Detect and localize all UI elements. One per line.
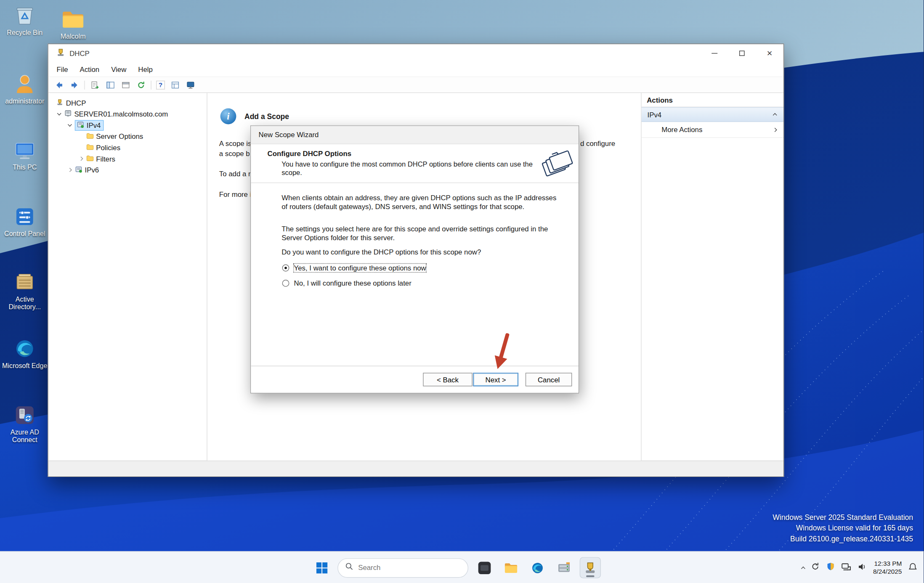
tree-item-ipv6[interactable]: IPv6 bbox=[48, 164, 207, 176]
tree-item-server-options[interactable]: Server Options bbox=[48, 131, 207, 142]
desktop-icon-microsoft-edge[interactable]: Microsoft Edge bbox=[0, 336, 50, 370]
collapse-chevron-icon[interactable] bbox=[56, 111, 62, 117]
more-actions-item[interactable]: More Actions bbox=[642, 122, 783, 138]
desktop-icon-active-directory[interactable]: Active Directory... bbox=[0, 270, 50, 311]
help-icon[interactable] bbox=[156, 80, 165, 89]
occluded-text-fragment: To add a n bbox=[219, 170, 252, 178]
dhcp-console-button[interactable] bbox=[580, 557, 601, 578]
submenu-right-chevron-icon[interactable] bbox=[773, 127, 777, 132]
monitor-icon[interactable] bbox=[185, 80, 196, 90]
tree-item-dhcp-root[interactable]: DHCP bbox=[48, 97, 207, 109]
maximize-icon bbox=[739, 50, 745, 56]
tree-item-label: DHCP bbox=[66, 99, 86, 107]
folder-icon bbox=[86, 143, 93, 152]
watermark-line: Windows Server 2025 Standard Evaluation bbox=[773, 512, 913, 523]
properties-icon[interactable] bbox=[120, 80, 131, 90]
desktop-icon-control-panel[interactable]: Control Panel bbox=[0, 204, 50, 238]
cancel-button[interactable]: Cancel bbox=[526, 373, 572, 386]
menu-help[interactable]: Help bbox=[132, 65, 159, 74]
monitor-icon bbox=[12, 138, 37, 163]
forward-icon[interactable] bbox=[69, 80, 80, 90]
refresh-icon[interactable] bbox=[135, 80, 146, 90]
file-explorer-button[interactable] bbox=[500, 557, 521, 578]
radio-configure-later[interactable]: No, I will configure these options later bbox=[282, 278, 412, 288]
desktop-icon-azure-ad-connect[interactable]: Azure AD Connect bbox=[0, 403, 50, 444]
server-manager-button[interactable] bbox=[553, 557, 574, 578]
wizard-title: New Scope Wizard bbox=[259, 131, 319, 139]
desktop-icon-label: Active Directory... bbox=[0, 296, 50, 311]
recycle-bin-icon bbox=[12, 3, 37, 28]
user-icon bbox=[12, 72, 37, 97]
list-view-icon[interactable] bbox=[170, 80, 180, 90]
notifications-bell-icon[interactable] bbox=[908, 562, 918, 574]
volume-icon[interactable] bbox=[857, 562, 867, 574]
control-panel-icon bbox=[12, 204, 37, 229]
close-button[interactable] bbox=[756, 44, 783, 62]
actions-group-label: IPv4 bbox=[648, 111, 662, 119]
occluded-text-fragment: A scope is bbox=[219, 140, 252, 148]
server-icon bbox=[64, 109, 72, 119]
tray-overflow-chevron-icon[interactable] bbox=[801, 566, 805, 570]
wizard-paragraph: The settings you select here are for thi… bbox=[281, 225, 560, 243]
desktop-icon-administrator[interactable]: administrator bbox=[0, 72, 50, 106]
wizard-page-description: You have to configure the most common DH… bbox=[281, 160, 544, 177]
desktop-icon-this-pc[interactable]: This PC bbox=[0, 138, 50, 172]
window-title: DHCP bbox=[69, 49, 90, 58]
network-icon[interactable] bbox=[841, 562, 851, 574]
menu-file[interactable]: File bbox=[50, 65, 74, 74]
tree-item-label: IPv4 bbox=[87, 121, 101, 130]
wizard-titlebar[interactable]: New Scope Wizard bbox=[251, 126, 578, 144]
ipv4-node-icon bbox=[77, 120, 84, 130]
taskbar-search[interactable] bbox=[337, 558, 468, 578]
export-list-icon[interactable] bbox=[90, 80, 100, 90]
new-scope-wizard-dialog: New Scope Wizard Configure DHCP Options … bbox=[250, 125, 579, 393]
edge-button[interactable] bbox=[527, 557, 548, 578]
console-tree-icon[interactable] bbox=[105, 80, 115, 90]
tree-item-server[interactable]: SERVER01.malcolmsoto.com bbox=[48, 109, 207, 120]
wizard-header: Configure DHCP Options You have to confi… bbox=[251, 144, 578, 183]
radio-button-icon[interactable] bbox=[282, 280, 289, 287]
minimize-icon bbox=[712, 53, 717, 53]
desktop-icon-malcolm-folder[interactable]: Malcolm bbox=[48, 7, 98, 41]
azure-ad-connect-icon bbox=[12, 403, 37, 428]
tray-defender-icon[interactable] bbox=[826, 562, 835, 574]
tree-item-ipv4[interactable]: IPv4 bbox=[48, 119, 207, 131]
ipv6-node-icon bbox=[75, 165, 82, 175]
menu-action[interactable]: Action bbox=[74, 65, 105, 74]
clock[interactable]: 12:33 PM 8/24/2025 bbox=[873, 560, 902, 575]
more-actions-label: More Actions bbox=[661, 125, 702, 134]
tree-item-filters[interactable]: Filters bbox=[48, 153, 207, 164]
tree-item-policies[interactable]: Policies bbox=[48, 142, 207, 153]
desktop-icon-recycle-bin[interactable]: Recycle Bin bbox=[0, 3, 50, 37]
actions-group-ipv4[interactable]: IPv4 bbox=[642, 107, 783, 122]
expand-chevron-icon[interactable] bbox=[78, 156, 84, 162]
edge-icon bbox=[12, 336, 37, 361]
occluded-text-fragment: a scope b bbox=[219, 150, 250, 158]
radio-label[interactable]: Yes, I want to configure these options n… bbox=[294, 264, 426, 272]
taskbar-dark-app-button[interactable] bbox=[474, 557, 495, 578]
maximize-button[interactable] bbox=[728, 44, 756, 62]
search-input[interactable] bbox=[358, 564, 446, 572]
menu-view[interactable]: View bbox=[105, 65, 132, 74]
start-button[interactable] bbox=[311, 557, 332, 578]
info-icon bbox=[220, 109, 236, 125]
windows-logo-icon bbox=[316, 562, 327, 573]
next-button[interactable]: Next > bbox=[473, 373, 518, 386]
radio-button-selected-icon[interactable] bbox=[282, 265, 289, 272]
collapse-chevron-icon[interactable] bbox=[66, 122, 72, 128]
minimize-button[interactable] bbox=[701, 44, 728, 62]
tray-update-icon[interactable] bbox=[810, 562, 820, 574]
tree-item-label: SERVER01.malcolmsoto.com bbox=[74, 110, 168, 118]
back-icon[interactable] bbox=[53, 80, 64, 90]
occluded-text-fragment: d configure bbox=[580, 140, 615, 148]
window-statusbar bbox=[48, 461, 783, 477]
window-titlebar[interactable]: DHCP bbox=[48, 44, 783, 62]
collapse-up-chevron-icon[interactable] bbox=[773, 113, 777, 117]
radio-label[interactable]: No, I will configure these options later bbox=[294, 279, 412, 288]
wizard-question: Do you want to configure the DHCP option… bbox=[281, 248, 560, 257]
back-button[interactable]: < Back bbox=[423, 373, 473, 386]
expand-chevron-icon[interactable] bbox=[66, 167, 72, 173]
tree-item-label: Server Options bbox=[96, 132, 143, 140]
desktop-icon-label: Control Panel bbox=[4, 230, 45, 238]
radio-configure-now[interactable]: Yes, I want to configure these options n… bbox=[282, 263, 426, 273]
